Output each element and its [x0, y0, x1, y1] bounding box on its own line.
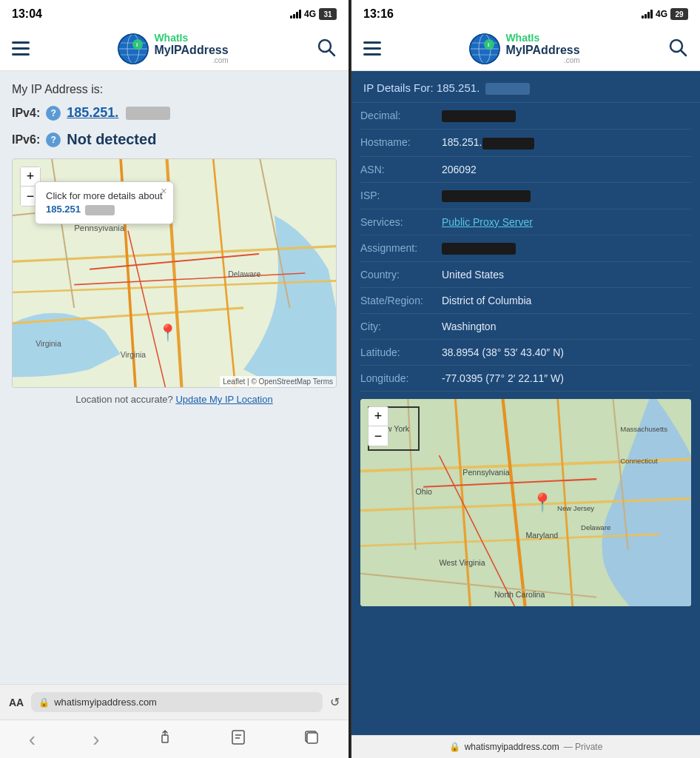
logo-myip: MyIPAddress: [154, 44, 228, 57]
right-map-zoom-controls: + −: [368, 406, 388, 446]
right-status-icons: 4G 29: [642, 8, 688, 20]
right-status-bar: 13:16 4G 29: [351, 0, 700, 27]
detail-label-asn: ASN:: [360, 164, 442, 175]
detail-label-services: Services:: [360, 216, 442, 228]
logo-text: WhatIs MyIPAddress .com: [154, 33, 228, 65]
right-main-content: IP Details For: 185.251. Decimal: Hostna…: [351, 71, 700, 735]
location-note: Location not accurate? Update My IP Loca…: [12, 394, 337, 405]
signal-bars-icon: [290, 10, 301, 19]
detail-row-country: Country: United States: [360, 262, 691, 288]
ipv4-redacted: [126, 107, 170, 120]
svg-text:Pennsylvania: Pennsylvania: [74, 224, 125, 232]
right-search-icon: [667, 37, 688, 58]
detail-value-state: District of Columbia: [442, 295, 691, 306]
svg-text:Ohio: Ohio: [416, 488, 433, 497]
right-map-zoom-out-button[interactable]: −: [368, 426, 388, 446]
detail-label-latitude: Latitude:: [360, 346, 442, 358]
update-location-link[interactable]: Update My IP Location: [175, 394, 272, 405]
assignment-redacted: [442, 243, 516, 255]
detail-row-longitude: Longitude: -77.0395 (77° 2′ 22.11″ W): [360, 366, 691, 392]
bottom-nav: ‹ ›: [0, 720, 349, 758]
isp-redacted: [442, 190, 531, 202]
svg-text:North Carolina: North Carolina: [494, 590, 545, 599]
right-private-badge: — Private: [564, 742, 603, 752]
detail-value-longitude: -77.0395 (77° 2′ 22.11″ W): [442, 372, 691, 384]
svg-line-9: [329, 50, 334, 56]
right-app-header: i WhatIs MyIPAddress .com: [351, 27, 700, 71]
browser-url-box[interactable]: 🔒 whatismyipaddress.com: [31, 692, 323, 712]
detail-label-decimal: Decimal:: [360, 110, 442, 121]
left-main-content: My IP Address is: IPv4: ? 185.251. IPv6:…: [0, 71, 349, 684]
back-button[interactable]: ‹: [29, 728, 36, 751]
browser-bar: AA 🔒 whatismyipaddress.com ↺: [0, 684, 349, 720]
detail-value-services[interactable]: Public Proxy Server: [442, 216, 691, 228]
map-popup: × Click for more details about 185.251: [35, 181, 174, 224]
left-time: 13:04: [12, 7, 42, 21]
left-status-icons: 4G 31: [290, 8, 337, 20]
map-background[interactable]: Pennsylvania Delaware Virginia Virginia …: [12, 158, 337, 388]
ipv4-help-badge[interactable]: ?: [46, 106, 61, 121]
detail-row-asn: ASN: 206092: [360, 157, 691, 183]
detail-row-services: Services: Public Proxy Server: [360, 209, 691, 235]
map-popup-ip-link[interactable]: 185.251: [46, 204, 81, 215]
svg-text:West Virginia: West Virginia: [439, 558, 485, 567]
detail-row-state: State/Region: District of Columbia: [360, 288, 691, 314]
map-popup-close-icon[interactable]: ×: [161, 185, 166, 197]
tabs-button[interactable]: [303, 729, 320, 750]
aa-text[interactable]: AA: [9, 697, 24, 708]
logo-whatis: WhatIs: [154, 33, 228, 44]
svg-rect-27: [162, 735, 168, 742]
ipv6-value: Not detected: [67, 131, 156, 148]
details-table: Decimal: Hostname: 185.251. ASN: 206092 …: [351, 103, 700, 392]
right-map-zoom-in-button[interactable]: +: [368, 407, 388, 426]
right-map-container[interactable]: New York Massachusetts Connecticut Ohio …: [360, 399, 691, 606]
svg-text:i: i: [488, 41, 489, 48]
right-lock-icon: 🔒: [449, 742, 460, 752]
detail-value-assignment: [442, 242, 691, 255]
detail-row-assignment: Assignment:: [360, 235, 691, 262]
ip-details-header: IP Details For: 185.251.: [351, 71, 700, 103]
browser-url: whatismyipaddress.com: [54, 697, 157, 708]
right-map-location-pin: 📍: [531, 492, 553, 513]
right-browser-url: whatismyipaddress.com: [465, 742, 559, 752]
right-search-button[interactable]: [667, 37, 688, 61]
map-popup-text: Click for more details about 185.251: [46, 190, 163, 216]
right-logo: i WhatIs MyIPAddress .com: [468, 33, 579, 65]
map-popup-ip-redacted: [85, 205, 115, 215]
svg-text:Maryland: Maryland: [526, 531, 559, 540]
right-logo-text: WhatIs MyIPAddress .com: [505, 33, 579, 65]
detail-row-latitude: Latitude: 38.8954 (38° 53′ 43.40″ N): [360, 340, 691, 366]
refresh-icon[interactable]: ↺: [330, 695, 340, 709]
ipv4-value[interactable]: 185.251.: [67, 105, 118, 121]
detail-row-city: City: Washington: [360, 314, 691, 340]
logo-globe-icon: i: [117, 33, 149, 65]
detail-label-state: State/Region:: [360, 295, 442, 306]
detail-label-hostname: Hostname:: [360, 136, 442, 148]
ipv6-label: IPv6:: [12, 133, 40, 147]
detail-row-hostname: Hostname: 185.251.: [360, 130, 691, 156]
detail-value-city: Washington: [442, 321, 691, 332]
right-hamburger-menu-icon[interactable]: [363, 41, 381, 56]
detail-label-isp: ISP:: [360, 190, 442, 201]
detail-value-asn: 206092: [442, 164, 691, 175]
detail-row-isp: ISP:: [360, 183, 691, 209]
map-container: Pennsylvania Delaware Virginia Virginia …: [12, 158, 337, 403]
svg-text:Massachusetts: Massachusetts: [620, 425, 667, 433]
right-map-background: New York Massachusetts Connecticut Ohio …: [360, 399, 691, 606]
share-button[interactable]: [157, 729, 173, 750]
hostname-redacted: [482, 138, 534, 150]
svg-text:Virginia: Virginia: [36, 340, 61, 348]
detail-value-decimal: [442, 110, 691, 122]
svg-text:Connecticut: Connecticut: [620, 457, 658, 465]
search-icon: [316, 37, 337, 58]
right-logo-myip: MyIPAddress: [505, 44, 579, 57]
ipv6-help-badge[interactable]: ?: [46, 133, 61, 147]
ip-details-redacted: [485, 83, 530, 95]
svg-rect-32: [307, 733, 317, 743]
forward-button[interactable]: ›: [92, 728, 99, 751]
search-button[interactable]: [316, 37, 337, 61]
detail-value-latitude: 38.8954 (38° 53′ 43.40″ N): [442, 346, 691, 358]
hamburger-menu-icon[interactable]: [12, 41, 30, 56]
bookmarks-button[interactable]: [230, 729, 246, 750]
map-credit: Leaflet | © OpenStreetMap Terms: [220, 376, 336, 387]
